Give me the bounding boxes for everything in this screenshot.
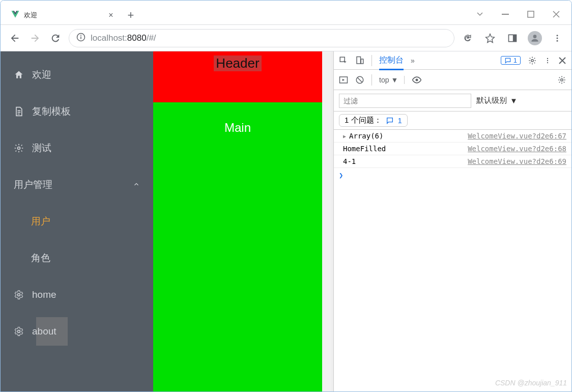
- sidebar-item-welcome[interactable]: 欢迎: [1, 57, 153, 93]
- message-icon: [386, 117, 394, 125]
- url-text: localhost:8080/#/: [91, 33, 156, 43]
- tab-strip: 欢迎 × +: [1, 6, 475, 24]
- content-area: 欢迎 复制模板 测试 用户管理 用户 角色: [1, 51, 571, 391]
- log-source-link[interactable]: WelcomeView.vue?d2e6:68: [468, 145, 566, 153]
- svg-point-9: [557, 37, 558, 39]
- svg-point-18: [547, 58, 548, 59]
- svg-point-10: [557, 40, 558, 41]
- svg-point-12: [18, 294, 20, 296]
- device-icon[interactable]: [355, 56, 364, 65]
- tab-more[interactable]: »: [411, 57, 415, 65]
- sidebar-item-label: about: [32, 326, 56, 337]
- close-devtools-icon[interactable]: [558, 57, 566, 65]
- scrollbar[interactable]: [322, 51, 331, 391]
- devtools-tabs: 控制台 » 1: [334, 51, 571, 70]
- page-body: Main: [153, 102, 322, 391]
- sidebar-item-user-mgmt[interactable]: 用户管理: [1, 166, 153, 203]
- settings-icon[interactable]: [557, 75, 566, 85]
- sidebar-item-role[interactable]: 角色: [1, 240, 153, 276]
- sidebar-item-label: 用户管理: [14, 178, 52, 191]
- browser-tab[interactable]: 欢迎 ×: [5, 6, 122, 24]
- reload-icon[interactable]: [48, 31, 63, 45]
- url-input[interactable]: localhost:8080/#/: [69, 29, 454, 47]
- tab-close-icon[interactable]: ×: [106, 11, 116, 20]
- console-filter-row: 默认级别 ▼: [334, 90, 571, 111]
- sidebar-item-copy-template[interactable]: 复制模板: [1, 93, 153, 130]
- sidebar-item-label: home: [32, 289, 56, 300]
- svg-point-11: [18, 147, 20, 150]
- svg-rect-6: [513, 35, 517, 41]
- svg-point-8: [557, 35, 558, 36]
- page-main: Header Main: [153, 51, 322, 391]
- sidebar-item-label: 角色: [31, 251, 50, 265]
- settings-icon[interactable]: [528, 56, 537, 65]
- forward-icon[interactable]: [28, 31, 42, 45]
- min-dash-icon[interactable]: [500, 9, 510, 19]
- panel-icon[interactable]: [505, 31, 520, 45]
- log-source-link[interactable]: WelcomeView.vue?d2e6:67: [468, 132, 566, 140]
- page-header: Header: [153, 51, 322, 102]
- svg-rect-16: [361, 59, 363, 64]
- svg-point-13: [18, 330, 20, 333]
- svg-point-19: [547, 60, 548, 61]
- cog-icon: [14, 326, 24, 337]
- svg-point-20: [547, 62, 548, 63]
- sidebar-item-label: 复制模板: [32, 105, 71, 118]
- main-text: Main: [224, 121, 251, 135]
- inspect-icon[interactable]: [339, 56, 348, 65]
- chevron-up-icon: [133, 179, 140, 190]
- home-filled-icon: [14, 70, 24, 80]
- svg-point-7: [533, 35, 537, 38]
- svg-rect-3: [80, 36, 81, 39]
- sidebar-item-user[interactable]: 用户: [1, 203, 153, 240]
- maximize-icon[interactable]: [526, 9, 536, 19]
- caret-right-icon: ▶: [343, 133, 346, 139]
- console-log-row[interactable]: 4-1 WelcomeView.vue?d2e6:69: [334, 155, 571, 168]
- sidebar-item-about[interactable]: about: [1, 313, 153, 350]
- devtools-panel: 控制台 » 1 top ▼ 默认级别 ▼: [333, 51, 571, 391]
- console-log-row[interactable]: ▶Array(6) WelcomeView.vue?d2e6:67: [334, 130, 571, 143]
- kebab-icon[interactable]: [544, 56, 551, 65]
- console-log-row[interactable]: HomeFilled WelcomeView.vue?d2e6:68: [334, 143, 571, 155]
- star-icon[interactable]: [483, 31, 497, 45]
- window-controls: [475, 9, 571, 24]
- clear-icon[interactable]: [355, 75, 364, 85]
- filter-input[interactable]: [339, 94, 471, 108]
- toolbar-actions: [461, 31, 564, 45]
- sidebar-item-test[interactable]: 测试: [1, 130, 153, 166]
- back-icon[interactable]: [8, 31, 22, 45]
- sidebar-item-label: 测试: [32, 142, 51, 155]
- document-icon: [14, 106, 24, 117]
- close-icon[interactable]: [551, 9, 561, 19]
- eye-icon[interactable]: [412, 75, 422, 85]
- menu-icon[interactable]: [550, 31, 564, 45]
- new-tab-button[interactable]: +: [122, 6, 140, 24]
- message-icon: [504, 57, 511, 64]
- tab-console[interactable]: 控制台: [379, 55, 404, 70]
- page-viewport: 欢迎 复制模板 测试 用户管理 用户 角色: [1, 51, 333, 391]
- issues-badge[interactable]: 1: [501, 56, 521, 65]
- site-info-icon[interactable]: [76, 33, 85, 44]
- sidebar-item-label: 用户: [31, 215, 50, 228]
- console-output: ▶Array(6) WelcomeView.vue?d2e6:67 HomeFi…: [334, 130, 571, 391]
- app-sidebar: 欢迎 复制模板 测试 用户管理 用户 角色: [1, 51, 153, 391]
- share-icon[interactable]: [461, 31, 475, 45]
- issues-summary[interactable]: 1 个问题： 1: [339, 114, 408, 127]
- avatar-icon[interactable]: [528, 31, 542, 45]
- svg-point-4: [80, 35, 81, 36]
- sidebar-item-label: 欢迎: [32, 68, 51, 81]
- console-toolbar: top ▼: [334, 70, 571, 90]
- address-bar: localhost:8080/#/: [1, 25, 571, 51]
- header-text: Header: [214, 55, 261, 71]
- sidebar-item-home[interactable]: home: [1, 276, 153, 313]
- svg-point-23: [416, 78, 418, 81]
- window-title-bar: 欢迎 × +: [1, 1, 571, 25]
- cog-icon: [14, 290, 24, 300]
- svg-point-17: [531, 59, 534, 62]
- console-prompt[interactable]: ❯: [334, 168, 571, 182]
- context-selector[interactable]: top ▼: [379, 76, 405, 84]
- log-source-link[interactable]: WelcomeView.vue?d2e6:69: [468, 157, 566, 165]
- play-icon[interactable]: [339, 75, 348, 85]
- minimize-icon[interactable]: [475, 9, 485, 19]
- level-selector[interactable]: 默认级别 ▼: [476, 96, 518, 105]
